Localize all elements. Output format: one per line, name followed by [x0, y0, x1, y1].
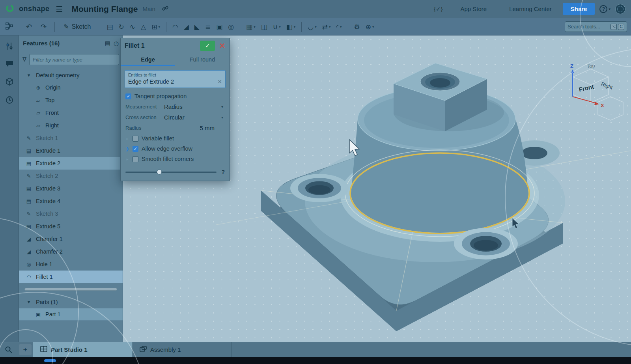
thicken-button[interactable]: ⊞▾ — [149, 21, 162, 33]
avatar[interactable] — [615, 4, 625, 14]
panel-toggle-icon[interactable]: ▤ — [105, 40, 110, 47]
feature-list-toggle-icon[interactable] — [4, 22, 15, 32]
tab-edge[interactable]: Edge — [121, 53, 175, 66]
tangent-propagation-row[interactable]: ✓ Tangent propagation — [121, 91, 230, 101]
chamfer-button[interactable]: ◢ — [182, 21, 191, 33]
smooth-fillet-corners-row[interactable]: ▸ Smooth fillet corners — [121, 154, 230, 164]
link-icon[interactable] — [160, 4, 170, 14]
counterbore-hole[interactable] — [430, 78, 450, 88]
learning-center-link[interactable]: Learning Center — [503, 6, 558, 12]
linear-pattern-button[interactable]: ▦▾ — [244, 21, 258, 33]
revolve-button[interactable]: ↻ — [117, 21, 126, 33]
feature-item-chamfer-2[interactable]: ◢Chamfer 2 — [19, 245, 123, 258]
comment-icon[interactable] — [5, 60, 14, 68]
modify-fillet-button[interactable]: ◜▾ — [334, 21, 344, 33]
cancel-button[interactable]: ✕ — [219, 42, 226, 50]
feature-item-extrude-2[interactable]: ▤Extrude 2 — [19, 157, 123, 170]
linear-pattern-caret-icon[interactable]: ▾ — [254, 25, 256, 29]
hamburger-menu-icon[interactable]: ☰ — [54, 4, 65, 14]
tab-full-round[interactable]: Full round — [175, 53, 230, 66]
split-caret-icon[interactable]: ▾ — [294, 25, 296, 29]
move-face-button[interactable]: ⇄▾ — [320, 21, 333, 33]
filter-input[interactable] — [29, 54, 119, 65]
rollback-bar[interactable] — [24, 288, 117, 291]
boolean-caret-icon[interactable]: ▾ — [279, 25, 281, 29]
feature-item-origin[interactable]: ⊕Origin — [19, 81, 123, 94]
variable-fillet-row[interactable]: ▸ Variable fillet — [121, 133, 230, 144]
feature-item-extrude-1[interactable]: ▤Extrude 1 — [19, 144, 123, 157]
offset-surface-button[interactable]: ◡▾ — [306, 21, 318, 33]
confirm-button[interactable]: ✓ — [200, 41, 215, 51]
viewcube-front-label[interactable]: Front — [578, 83, 594, 93]
fillet-button[interactable]: ◠ — [170, 21, 180, 33]
feature-item-sketch-1[interactable]: ✎Sketch 1 — [19, 132, 123, 144]
move-face-caret-icon[interactable]: ▾ — [329, 25, 331, 29]
shell-button[interactable]: ▣ — [214, 21, 224, 33]
add-tab-button[interactable]: + — [19, 344, 32, 355]
feature-item-extrude-3[interactable]: ▤Extrude 3 — [19, 182, 123, 195]
bolt-boss-left[interactable] — [290, 174, 349, 202]
mate-connector-caret-icon[interactable]: ▾ — [372, 25, 374, 29]
undo-button[interactable]: ↶ — [23, 22, 35, 31]
branch-name[interactable]: Main — [142, 6, 155, 12]
stopwatch-icon[interactable]: ◷ — [114, 40, 119, 47]
chevron-right-icon[interactable]: ▸ — [125, 136, 129, 141]
filter-funnel-icon[interactable]: ∇ — [22, 56, 26, 63]
feature-item-front[interactable]: ▱Front — [19, 106, 123, 119]
feature-item-default-geometry[interactable]: ▾Default geometry — [19, 69, 123, 81]
feature-item-extrude-4[interactable]: ▤Extrude 4 — [19, 195, 123, 207]
onshape-logo-icon[interactable] — [6, 4, 14, 14]
featurescript-button[interactable]: ⚙ — [352, 21, 362, 33]
feature-item-top[interactable]: ▱Top — [19, 94, 123, 106]
tangent-propagation-checkbox[interactable]: ✓ — [125, 93, 131, 99]
feature-item-fillet-1[interactable]: ◠Fillet 1 — [19, 271, 123, 283]
viewcube-right-label[interactable]: Right — [600, 81, 614, 91]
feature-item-hole-1[interactable]: ◎Hole 1 — [19, 258, 123, 271]
feature-item-right[interactable]: ▱Right — [19, 119, 123, 132]
feature-item-sketch-2[interactable]: ✎Sketch 2 — [19, 170, 123, 182]
entities-to-fillet-field[interactable]: Entities to fillet Edge of Extrude 2 ✕ — [125, 70, 226, 88]
smooth-fillet-corners-checkbox[interactable] — [133, 156, 138, 162]
chevron-right-icon[interactable]: ▸ — [125, 157, 129, 161]
boolean-button[interactable]: ∪▾ — [271, 21, 283, 33]
sweep-button[interactable]: ∿ — [128, 21, 137, 33]
cross-section-select[interactable]: Circular — [164, 114, 218, 121]
modify-fillet-caret-icon[interactable]: ▾ — [340, 25, 342, 29]
feature-item-parts-1-[interactable]: ▾Parts (1) — [19, 295, 123, 308]
viewcube-top-label[interactable]: Top — [586, 63, 596, 70]
radius-input[interactable] — [189, 125, 225, 131]
history-icon[interactable] — [5, 95, 14, 104]
bolt-boss-right[interactable] — [454, 228, 518, 259]
dialog-help-icon[interactable]: ? — [221, 169, 225, 175]
split-button[interactable]: ◧▾ — [284, 21, 298, 33]
view-cube[interactable]: Z X Front Right Top — [532, 51, 630, 130]
allow-edge-overflow-checkbox[interactable]: ✓ — [133, 146, 138, 152]
share-button[interactable]: Share — [563, 3, 595, 15]
chevron-down-icon[interactable]: ▾ — [221, 115, 225, 119]
redo-button[interactable]: ↷ — [37, 22, 50, 31]
remove-entity-icon[interactable]: ✕ — [217, 78, 222, 85]
search-tools-input[interactable] — [568, 24, 609, 30]
measurement-select[interactable]: Radius — [164, 103, 218, 110]
hole-button[interactable]: ◎ — [226, 21, 236, 33]
sketch-button[interactable]: ✎ Sketch — [60, 21, 95, 33]
tab-assembly[interactable]: Assembly 1 — [133, 342, 232, 357]
tab-part-studio[interactable]: Part Studio 1 — [33, 342, 133, 357]
app-store-link[interactable]: App Store — [454, 6, 493, 12]
slider-track[interactable] — [125, 172, 217, 173]
bolt-hole[interactable] — [521, 147, 547, 159]
thicken-caret-icon[interactable]: ▾ — [158, 25, 160, 29]
slider-knob[interactable] — [157, 170, 162, 175]
feature-item-sketch-3[interactable]: ✎Sketch 3 — [19, 207, 123, 220]
draft-button[interactable]: ◣ — [192, 21, 202, 33]
configurations-icon[interactable] — [6, 42, 13, 50]
mirror-button[interactable]: ◫ — [259, 21, 269, 33]
offset-surface-caret-icon[interactable]: ▾ — [315, 25, 317, 29]
variable-fillet-checkbox[interactable] — [133, 136, 138, 142]
rib-button[interactable]: ≡ — [203, 21, 213, 33]
mate-connector-button[interactable]: ⊕▾ — [364, 21, 376, 33]
search-tools-box[interactable]: ⌥C — [565, 21, 627, 32]
brand-name[interactable]: onshape — [19, 5, 50, 13]
display-states-icon[interactable] — [5, 77, 14, 86]
chevron-down-icon[interactable]: ▾ — [221, 105, 225, 109]
